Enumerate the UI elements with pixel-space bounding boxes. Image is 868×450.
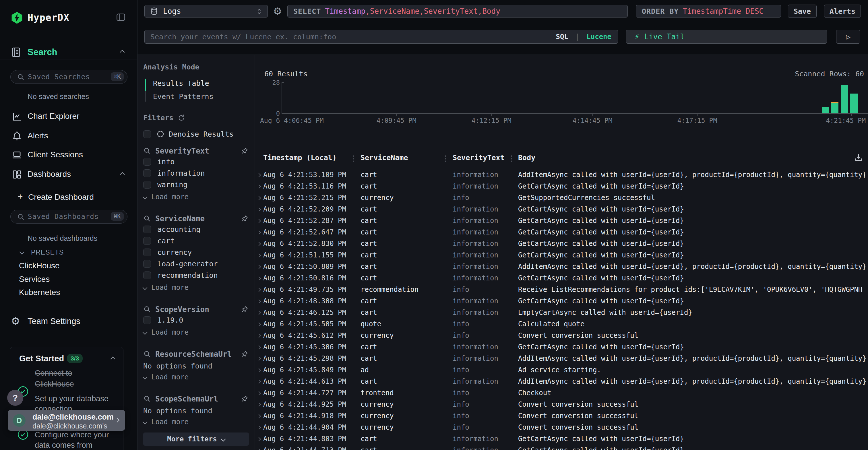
table-row[interactable]: Aug 6 4:21:44.904 PM currency info Conve… xyxy=(255,422,868,433)
load-more-button[interactable]: Load more xyxy=(143,283,249,292)
table-row[interactable]: Aug 6 4:21:44.727 PM frontend info Check… xyxy=(255,387,868,398)
expand-row-icon[interactable] xyxy=(257,230,261,234)
refresh-icon[interactable] xyxy=(177,114,185,122)
saved-dashboards-input[interactable]: Saved Dashboards ⌘K xyxy=(10,210,127,224)
expand-row-icon[interactable] xyxy=(257,391,261,395)
checkbox[interactable] xyxy=(143,260,151,268)
table-row[interactable]: Aug 6 4:21:44.925 PM currency info Conve… xyxy=(255,398,868,410)
sidebar-item-alerts[interactable]: Alerts xyxy=(0,130,137,142)
table-row[interactable]: Aug 6 4:21:51.155 PM cart information Ge… xyxy=(255,249,868,261)
load-more-button[interactable]: Load more xyxy=(143,193,249,201)
table-row[interactable]: Aug 6 4:21:53.109 PM cart information Ad… xyxy=(255,169,868,181)
table-row[interactable]: Aug 6 4:21:53.116 PM cart information Ge… xyxy=(255,181,868,192)
table-row[interactable]: Aug 6 4:21:49.735 PM recommendation info… xyxy=(255,284,868,295)
expand-row-icon[interactable] xyxy=(257,426,261,430)
table-row[interactable]: Aug 6 4:21:52.287 PM cart information Ge… xyxy=(255,215,868,226)
col-header-servicename[interactable]: ServiceName xyxy=(361,154,408,162)
expand-row-icon[interactable] xyxy=(257,185,261,189)
expand-row-icon[interactable] xyxy=(257,334,261,338)
saved-searches-input[interactable]: Saved Searches ⌘K xyxy=(10,70,127,84)
mode-results-table[interactable]: Results Table xyxy=(149,77,249,90)
checkbox[interactable] xyxy=(143,169,151,177)
pin-icon[interactable] xyxy=(240,214,249,223)
sidebar-item-chart-explorer[interactable]: Chart Explorer xyxy=(0,110,137,122)
expand-row-icon[interactable] xyxy=(257,173,261,177)
filter-option[interactable]: load-generator xyxy=(143,258,249,269)
search-icon[interactable] xyxy=(143,215,151,223)
table-row[interactable]: Aug 6 4:21:52.209 PM cart information Ge… xyxy=(255,203,868,215)
pin-icon[interactable] xyxy=(240,305,249,314)
histogram-bar[interactable] xyxy=(822,107,829,114)
table-row[interactable]: Aug 6 4:21:45.505 PM quote info Calculat… xyxy=(255,318,868,330)
histogram-bar[interactable] xyxy=(841,85,848,114)
expand-row-icon[interactable] xyxy=(257,299,261,303)
table-row[interactable]: Aug 6 4:21:44.713 PM cart information Ge… xyxy=(255,445,868,450)
expand-row-icon[interactable] xyxy=(257,357,261,361)
search-icon[interactable] xyxy=(143,395,151,403)
filter-option[interactable]: cart xyxy=(143,235,249,247)
column-resize-handle[interactable] xyxy=(445,155,446,162)
load-more-button[interactable]: Load more xyxy=(143,373,249,381)
filter-option[interactable]: 1.19.0 xyxy=(143,314,249,326)
event-search-input[interactable]: Search your events w/ Lucene ex. column:… xyxy=(144,30,618,44)
get-started-step1-title[interactable]: Connect to ClickHouse xyxy=(35,367,74,389)
live-tail-button[interactable]: ⚡ Live Tail xyxy=(626,30,827,44)
lucene-toggle[interactable]: Lucene xyxy=(586,33,611,41)
expand-row-icon[interactable] xyxy=(257,414,261,418)
table-row[interactable]: Aug 6 4:21:52.215 PM currency info GetSu… xyxy=(255,192,868,203)
filter-option[interactable]: information xyxy=(143,167,249,179)
chevron-up-icon[interactable] xyxy=(120,172,125,177)
table-row[interactable]: Aug 6 4:21:45.298 PM cart information Ad… xyxy=(255,353,868,364)
histogram-bar[interactable] xyxy=(850,94,858,114)
table-row[interactable]: Aug 6 4:21:44.803 PM cart information Ge… xyxy=(255,433,868,445)
mode-event-patterns[interactable]: Event Patterns xyxy=(149,90,249,103)
table-row[interactable]: Aug 6 4:21:45.306 PM cart information Ge… xyxy=(255,341,868,353)
load-more-button[interactable]: Load more xyxy=(143,328,249,336)
sql-toggle[interactable]: SQL xyxy=(556,33,568,41)
pin-icon[interactable] xyxy=(240,395,249,403)
pin-icon[interactable] xyxy=(240,147,249,155)
create-dashboard-button[interactable]: + Create Dashboard xyxy=(0,192,137,202)
filter-option[interactable]: currency xyxy=(143,247,249,258)
expand-row-icon[interactable] xyxy=(257,288,261,292)
expand-row-icon[interactable] xyxy=(257,345,261,349)
histogram-bar[interactable] xyxy=(831,102,838,114)
chevron-up-icon[interactable] xyxy=(111,357,115,362)
table-row[interactable]: Aug 6 4:21:44.613 PM cart information Ad… xyxy=(255,376,868,387)
table-row[interactable]: Aug 6 4:21:44.918 PM currency info Conve… xyxy=(255,410,868,422)
col-header-timestamp[interactable]: Timestamp (Local) xyxy=(263,154,337,162)
load-more-button[interactable]: Load more xyxy=(143,418,249,426)
checkbox[interactable] xyxy=(143,249,151,256)
checkbox[interactable] xyxy=(143,181,151,189)
expand-row-icon[interactable] xyxy=(257,403,261,407)
source-select[interactable]: Logs xyxy=(144,5,268,18)
expand-row-icon[interactable] xyxy=(257,207,261,212)
expand-row-icon[interactable] xyxy=(257,449,261,450)
checkbox[interactable] xyxy=(143,130,151,138)
more-filters-button[interactable]: More filters xyxy=(143,432,249,446)
checkbox[interactable] xyxy=(143,158,151,166)
expand-row-icon[interactable] xyxy=(257,437,261,441)
expand-row-icon[interactable] xyxy=(257,277,261,280)
help-button[interactable]: ? xyxy=(7,390,23,406)
column-resize-handle[interactable] xyxy=(511,155,512,162)
table-row[interactable]: Aug 6 4:21:48.308 PM cart information Ge… xyxy=(255,295,868,307)
chevron-up-icon[interactable] xyxy=(120,50,125,55)
expand-row-icon[interactable] xyxy=(257,242,261,246)
select-columns-input[interactable]: SELECT Timestamp ,ServiceName,SeverityTe… xyxy=(287,5,628,18)
alerts-button[interactable]: Alerts xyxy=(824,5,861,18)
source-settings-gear-icon[interactable]: ⚙ xyxy=(272,5,283,17)
order-by-input[interactable]: ORDER BY TimestampTime DESC xyxy=(636,5,781,18)
expand-row-icon[interactable] xyxy=(257,380,261,384)
preset-kubernetes[interactable]: Kubernetes xyxy=(19,288,60,297)
sidebar-item-team-settings[interactable]: ⚙ Team Settings xyxy=(0,315,137,328)
save-button[interactable]: Save xyxy=(788,5,817,18)
table-row[interactable]: Aug 6 4:21:50.816 PM cart information Ge… xyxy=(255,272,868,284)
filter-option[interactable]: accounting xyxy=(143,224,249,235)
checkbox[interactable] xyxy=(143,316,151,324)
col-header-body[interactable]: Body xyxy=(518,154,535,162)
expand-row-icon[interactable] xyxy=(257,253,261,257)
pin-icon[interactable] xyxy=(240,350,249,358)
table-row[interactable]: Aug 6 4:21:52.647 PM cart information Ge… xyxy=(255,226,868,238)
expand-row-icon[interactable] xyxy=(257,322,261,326)
